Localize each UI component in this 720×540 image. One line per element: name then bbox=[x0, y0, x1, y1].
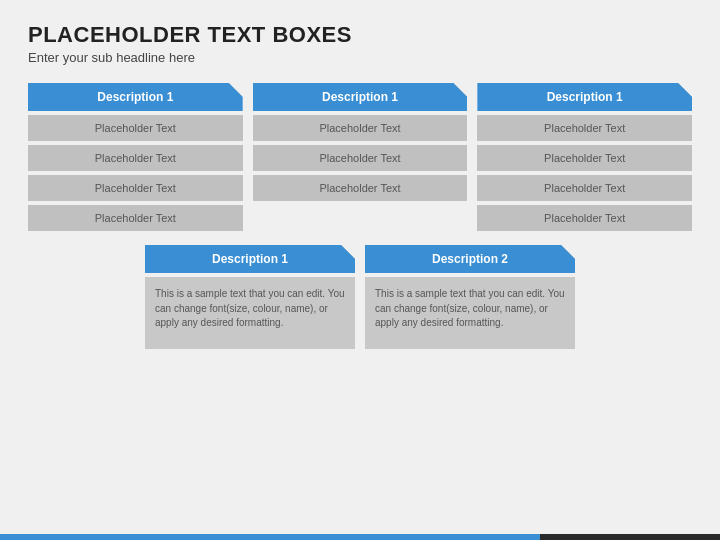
bottom-col-1-body[interactable]: This is a sample text that you can edit.… bbox=[145, 277, 355, 349]
list-item[interactable]: Placeholder Text bbox=[477, 145, 692, 171]
list-item[interactable]: Placeholder Text bbox=[253, 115, 468, 141]
bar-blue bbox=[0, 534, 540, 540]
bar-dark bbox=[540, 534, 720, 540]
top-col-2-header[interactable]: Description 1 bbox=[253, 83, 468, 111]
top-col-2: Description 1 Placeholder Text Placehold… bbox=[253, 83, 468, 231]
bottom-col-1-header[interactable]: Description 1 bbox=[145, 245, 355, 273]
top-col-1: Description 1 Placeholder Text Placehold… bbox=[28, 83, 243, 231]
list-item[interactable]: Placeholder Text bbox=[253, 145, 468, 171]
bottom-bar bbox=[0, 534, 720, 540]
slide-subtitle: Enter your sub headline here bbox=[28, 50, 692, 65]
list-item[interactable]: Placeholder Text bbox=[477, 115, 692, 141]
bottom-section: Description 1 This is a sample text that… bbox=[28, 245, 692, 349]
bottom-col-1: Description 1 This is a sample text that… bbox=[145, 245, 355, 349]
list-item[interactable]: Placeholder Text bbox=[28, 145, 243, 171]
top-col-1-header[interactable]: Description 1 bbox=[28, 83, 243, 111]
slide: PLACEHOLDER TEXT BOXES Enter your sub he… bbox=[0, 0, 720, 540]
list-item[interactable]: Placeholder Text bbox=[28, 115, 243, 141]
list-item[interactable]: Placeholder Text bbox=[28, 205, 243, 231]
list-item[interactable]: Placeholder Text bbox=[253, 175, 468, 201]
top-col-3: Description 1 Placeholder Text Placehold… bbox=[477, 83, 692, 231]
bottom-col-2-header[interactable]: Description 2 bbox=[365, 245, 575, 273]
slide-title: PLACEHOLDER TEXT BOXES bbox=[28, 22, 692, 48]
list-item[interactable]: Placeholder Text bbox=[28, 175, 243, 201]
top-col-3-header[interactable]: Description 1 bbox=[477, 83, 692, 111]
list-item[interactable]: Placeholder Text bbox=[477, 175, 692, 201]
bottom-col-2-body[interactable]: This is a sample text that you can edit.… bbox=[365, 277, 575, 349]
bottom-col-2: Description 2 This is a sample text that… bbox=[365, 245, 575, 349]
top-section: Description 1 Placeholder Text Placehold… bbox=[28, 83, 692, 231]
list-item[interactable]: Placeholder Text bbox=[477, 205, 692, 231]
